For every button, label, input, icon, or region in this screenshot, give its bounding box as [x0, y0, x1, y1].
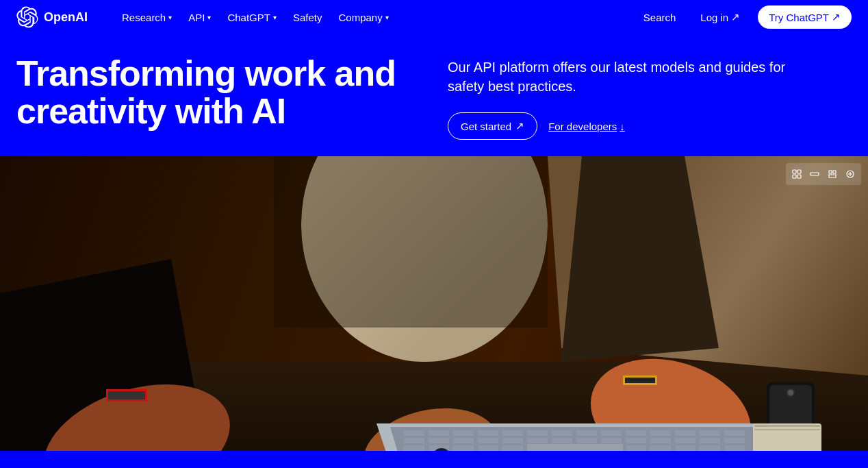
hero-section: Transforming work and creativity with AI… [0, 34, 868, 156]
for-developers-arrow-icon: ↓ [620, 121, 625, 132]
svg-rect-2 [793, 175, 796, 178]
nav-actions: Search Log in ↗ Try ChatGPT ↗ [637, 5, 852, 29]
nav-api[interactable]: API ▾ [181, 8, 218, 27]
toolbar-button-4[interactable] [842, 166, 858, 182]
search-button[interactable]: Search [637, 8, 683, 27]
logo-text: OpenAI [44, 10, 88, 25]
nav-research[interactable]: Research ▾ [115, 8, 179, 27]
logo[interactable]: OpenAI [16, 6, 88, 28]
image-toolbar [786, 163, 861, 185]
hero-content: Our API platform offers our latest model… [448, 55, 852, 140]
svg-rect-1 [797, 170, 801, 173]
nav-safety-label: Safety [293, 12, 322, 23]
nav-api-label: API [188, 12, 205, 23]
toolbar-button-2[interactable] [806, 166, 823, 182]
company-chevron-icon: ▾ [385, 14, 389, 21]
nav-research-label: Research [122, 12, 166, 23]
api-chevron-icon: ▾ [207, 14, 211, 21]
svg-rect-0 [793, 170, 796, 173]
nav-chatgpt-label: ChatGPT [227, 12, 270, 23]
try-chatgpt-button[interactable]: Try ChatGPT ↗ [758, 5, 852, 29]
navbar: OpenAI Research ▾ API ▾ ChatGPT ▾ Safety… [0, 0, 868, 34]
toolbar-icon-1 [792, 169, 802, 179]
nav-company[interactable]: Company ▾ [331, 8, 395, 27]
search-label: Search [643, 12, 676, 23]
login-label: Log in [700, 12, 728, 23]
toolbar-button-1[interactable] [789, 166, 805, 182]
login-button[interactable]: Log in ↗ [693, 7, 747, 27]
get-started-button[interactable]: Get started ↗ [448, 112, 537, 140]
get-started-label: Get started [461, 121, 511, 132]
chatgpt-chevron-icon: ▾ [273, 14, 277, 21]
hero-buttons: Get started ↗ For developers ↓ [448, 112, 852, 140]
get-started-arrow-icon: ↗ [515, 120, 524, 132]
hero-description: Our API platform offers our latest model… [448, 58, 804, 96]
svg-rect-4 [810, 173, 819, 175]
hero-headline: Transforming work and creativity with AI [16, 55, 420, 130]
hero-image-container [0, 156, 868, 451]
toolbar-icon-4 [845, 169, 855, 179]
hero-headline-container: Transforming work and creativity with AI [16, 55, 420, 130]
try-arrow-icon: ↗ [832, 11, 841, 23]
svg-rect-3 [797, 175, 801, 178]
nav-company-label: Company [338, 12, 382, 23]
toolbar-icon-3 [828, 169, 837, 179]
nav-chatgpt[interactable]: ChatGPT ▾ [220, 8, 283, 27]
for-developers-button[interactable]: For developers ↓ [548, 121, 625, 132]
openai-logo-icon [16, 6, 38, 28]
nav-safety[interactable]: Safety [286, 8, 329, 27]
try-chatgpt-label: Try ChatGPT [769, 12, 829, 23]
hero-image [0, 156, 868, 451]
nav-links: Research ▾ API ▾ ChatGPT ▾ Safety Compan… [115, 8, 637, 27]
toolbar-button-3[interactable] [824, 166, 841, 182]
login-arrow-icon: ↗ [731, 11, 740, 23]
toolbar-icon-2 [810, 169, 819, 179]
research-chevron-icon: ▾ [168, 14, 172, 21]
for-developers-label: For developers [548, 121, 617, 132]
